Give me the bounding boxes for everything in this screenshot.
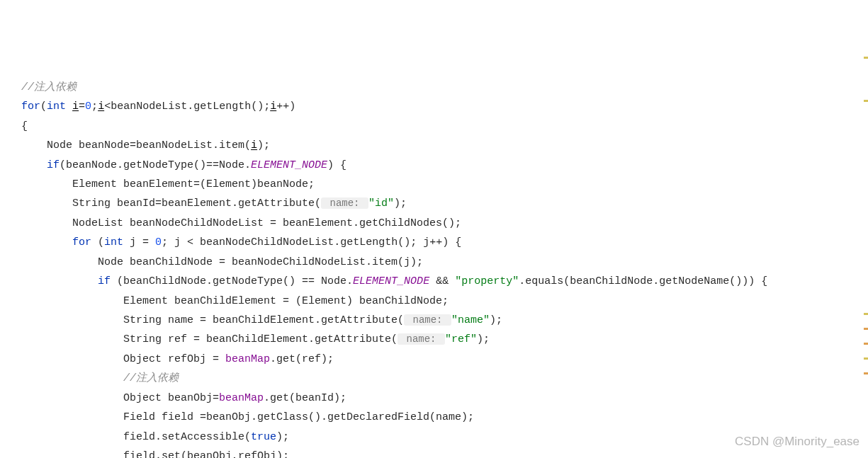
code-editor[interactable]: //注入依赖 for(int i=0;i<beanNodeList.getLen… [0, 78, 868, 458]
static-field: ELEMENT_NODE [251, 159, 327, 171]
string: "ref" [445, 333, 477, 345]
gutter-mark-icon[interactable] [864, 313, 868, 315]
text: String name = beanChildElement.getAttrib… [21, 314, 404, 326]
text: ; j < beanNodeChildNodeList.getLength();… [162, 236, 461, 248]
text: NodeList beanNodeChildNodeList = beanEle… [21, 217, 461, 229]
string: "name" [451, 314, 490, 326]
text: ; [91, 101, 98, 113]
text: (beanChildNode.getNodeType() == Node. [111, 275, 353, 287]
keyword-if: if [98, 275, 111, 287]
keyword-true: true [251, 431, 276, 443]
text: Node beanChildNode = beanNodeChildNodeLi… [21, 256, 423, 268]
text: ); [490, 314, 502, 326]
field-beanmap: beanMap [225, 353, 270, 365]
text: field.setAccessible( [21, 431, 251, 443]
number-zero: 0 [155, 236, 162, 248]
param-hint: name: [398, 333, 445, 345]
var-i: i [270, 101, 276, 113]
gutter-mark-icon[interactable] [864, 328, 868, 330]
text: Element beanChildElement = (Element) bea… [21, 295, 449, 307]
text: Object beanObj= [21, 392, 219, 404]
text: Object refObj = [21, 353, 225, 365]
text: (beanNode.getNodeType()==Node. [60, 159, 251, 171]
text: ++) [276, 101, 295, 113]
text: Field field =beanObj.getClass().getDecla… [21, 411, 474, 423]
text: .get(ref); [270, 353, 334, 365]
text: field.set(beanObj,refObj); [21, 450, 289, 458]
text: ( [91, 236, 104, 248]
gutter-mark-icon[interactable] [864, 372, 868, 374]
text: Element beanElement=(Element)beanNode; [21, 178, 315, 190]
text: .get(beanId); [264, 392, 346, 404]
var-i: i [72, 101, 79, 113]
keyword-int: int [104, 236, 123, 248]
gutter-mark-icon[interactable] [864, 57, 868, 59]
gutter-mark-icon[interactable] [864, 357, 868, 360]
keyword-for: for [72, 236, 91, 248]
text: ) { [327, 159, 346, 171]
text: ); [257, 139, 270, 151]
param-hint: name: [321, 197, 368, 209]
comment-line: //注入依赖 [21, 372, 179, 384]
var-i: i [98, 101, 104, 113]
gutter-mark-icon[interactable] [864, 100, 868, 102]
string: "id" [368, 197, 394, 210]
text: && [429, 275, 455, 287]
text: ); [477, 333, 490, 345]
text: ); [276, 431, 289, 443]
param-hint: name: [404, 314, 451, 326]
text: <beanNodeList.getLength(); [104, 101, 270, 113]
comment-line: //注入依赖 [21, 81, 77, 93]
text: String beanId=beanElement.getAttribute( [21, 197, 321, 210]
editor-gutter [864, 57, 868, 374]
text: j = [123, 236, 155, 248]
text: Node beanNode=beanNodeList.item( [21, 139, 251, 151]
watermark: CSDN @Minority_ease [735, 430, 859, 452]
keyword-int: int [47, 101, 66, 113]
keyword-if: if [47, 159, 60, 171]
string: "property" [455, 275, 519, 287]
brace: { [21, 120, 28, 132]
text: = [79, 101, 85, 113]
text: .equals(beanChildNode.getNodeName())) { [519, 275, 767, 287]
keyword-for: for [21, 101, 40, 113]
number-zero: 0 [85, 101, 91, 113]
gutter-mark-icon[interactable] [864, 343, 868, 345]
var-i: i [251, 139, 257, 151]
text: ); [394, 197, 407, 210]
field-beanmap: beanMap [219, 392, 264, 404]
text: String ref = beanChildElement.getAttribu… [21, 333, 398, 345]
static-field: ELEMENT_NODE [353, 275, 429, 287]
